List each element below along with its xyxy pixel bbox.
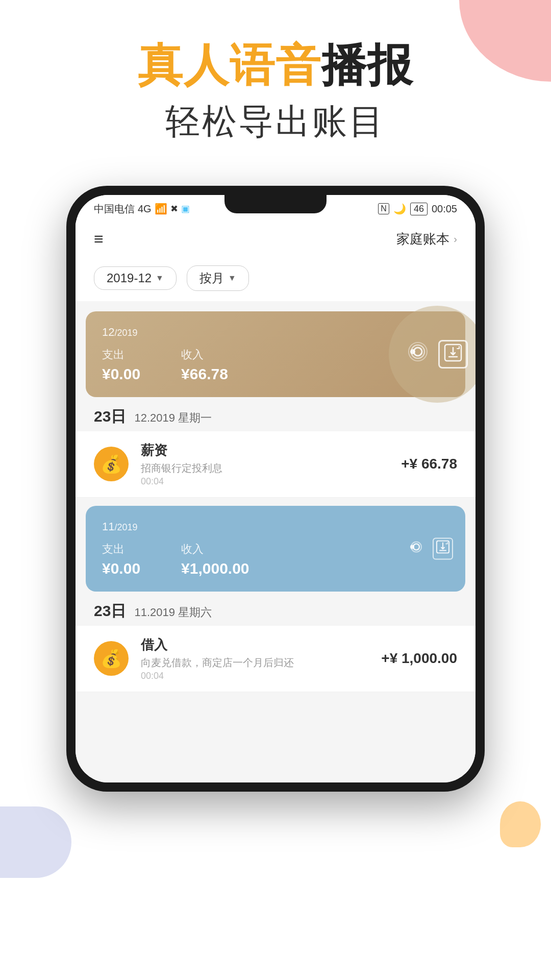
export-button[interactable] [438, 340, 468, 369]
decoration-bottom-left [0, 806, 71, 878]
phone-mockup: 中国电信 4G 📶 ✖ ▣ N 🌙 46 00:05 [66, 186, 485, 792]
dec-trans-desc: 招商银行定投利息 [141, 461, 389, 475]
nov-day-section: 23日 11.2019 星期六 [76, 592, 475, 626]
period-filter-button[interactable]: 按月 ▼ [187, 265, 249, 291]
account-name: 家庭账本 [396, 230, 449, 248]
dec-income-value: ¥66.78 [181, 365, 228, 383]
filter-bar: 2019-12 ▼ 按月 ▼ [76, 257, 475, 301]
app-content: ≡ 家庭账本 › 2019-12 ▼ 按月 ▼ [76, 221, 475, 782]
dec-day-number: 23日 [94, 408, 126, 425]
carrier-text: 中国电信 [94, 202, 135, 216]
borrow-icon: 💰 [101, 648, 122, 669]
headline-black: 播报 [321, 40, 413, 90]
status-left: 中国电信 4G 📶 ✖ ▣ [94, 202, 190, 216]
phone-outer: 中国电信 4G 📶 ✖ ▣ N 🌙 46 00:05 [66, 186, 485, 792]
dec-trans-amount: +¥ 66.78 [401, 456, 457, 472]
december-card: 12/2019 支出 ¥0.00 收入 ¥66.78 [86, 311, 465, 397]
period-filter-label: 按月 [199, 270, 224, 286]
voice-button[interactable] [407, 340, 429, 368]
dec-expend: 支出 ¥0.00 [102, 347, 140, 383]
dec-year: /2019 [114, 328, 137, 338]
decoration-bottom-right [500, 801, 541, 847]
period-filter-arrow: ▼ [228, 274, 236, 283]
signal-text: 4G [138, 203, 152, 215]
nov-expend-value: ¥0.00 [102, 560, 140, 577]
card-action-circle [389, 306, 475, 403]
nov-trans-details: 借入 向麦兑借款，商定店一个月后归还 00:04 [141, 636, 369, 681]
nov-income-value: ¥1,000.00 [181, 560, 249, 577]
wifi-icon: 📶 [155, 203, 167, 215]
nov-stats: 支出 ¥0.00 收入 ¥1,000.00 [102, 542, 449, 577]
chevron-right-icon: › [454, 233, 457, 245]
nov-card-actions [408, 537, 453, 559]
date-filter-label: 2019-12 [107, 271, 152, 285]
phone-notch [224, 195, 327, 213]
nov-year: /2019 [114, 522, 137, 532]
battery-label: 46 [410, 203, 428, 215]
nfc-icon: ✖ [170, 203, 178, 214]
november-card: 11/2019 支出 ¥0.00 收入 ¥1,000.00 [86, 506, 465, 592]
menu-icon[interactable]: ≡ [94, 231, 104, 247]
dec-day-detail: 12.2019 星期一 [135, 411, 212, 424]
dec-transaction-item[interactable]: 💰 薪资 招商银行定投利息 00:04 +¥ 66.78 [76, 431, 475, 498]
dec-income: 收入 ¥66.78 [181, 347, 228, 383]
nov-transaction-item[interactable]: 💰 借入 向麦兑借款，商定店一个月后归还 00:04 +¥ 1,000.00 [76, 626, 475, 692]
dec-day-section: 23日 12.2019 星期一 [76, 397, 475, 431]
dec-expend-label: 支出 [102, 347, 140, 362]
nov-month-num: 11 [102, 520, 114, 533]
nov-day-detail: 11.2019 星期六 [135, 606, 212, 619]
nov-day-number: 23日 [94, 602, 126, 619]
nov-trans-amount: +¥ 1,000.00 [381, 650, 457, 667]
nov-expend: 支出 ¥0.00 [102, 542, 140, 577]
dec-month-num: 12 [102, 326, 114, 338]
moon-icon: 🌙 [393, 203, 406, 215]
nov-voice-button[interactable] [408, 538, 424, 558]
nov-trans-desc: 向麦兑借款，商定店一个月后归还 [141, 656, 369, 670]
nov-income-label: 收入 [181, 542, 249, 557]
headline: 真人语音播报 [0, 41, 551, 90]
nov-income: 收入 ¥1,000.00 [181, 542, 249, 577]
dec-expend-value: ¥0.00 [102, 365, 140, 383]
nov-export-button[interactable] [433, 537, 453, 559]
date-filter-button[interactable]: 2019-12 ▼ [94, 266, 177, 290]
nov-trans-name: 借入 [141, 636, 369, 654]
nov-month-label: 11/2019 [102, 520, 449, 533]
dec-trans-details: 薪资 招商银行定投利息 00:04 [141, 442, 389, 487]
headline-orange: 真人语音 [138, 40, 321, 90]
dec-trans-time: 00:04 [141, 476, 389, 487]
dec-trans-name: 薪资 [141, 442, 389, 459]
header-section: 真人语音播报 轻松导出账目 [0, 0, 551, 165]
dec-trans-icon: 💰 [94, 447, 129, 481]
time-display: 00:05 [432, 203, 457, 215]
notification-icon: ▣ [181, 203, 190, 214]
dec-income-label: 收入 [181, 347, 228, 362]
phone-inner: 中国电信 4G 📶 ✖ ▣ N 🌙 46 00:05 [76, 195, 475, 782]
nov-expend-label: 支出 [102, 542, 140, 557]
nfc-right-icon: N [378, 203, 389, 214]
app-topbar: ≡ 家庭账本 › [76, 221, 475, 257]
nov-trans-time: 00:04 [141, 671, 369, 681]
status-right: N 🌙 46 00:05 [378, 203, 457, 215]
subheadline: 轻松导出账目 [0, 99, 551, 145]
date-filter-arrow: ▼ [156, 274, 164, 283]
salary-icon: 💰 [101, 454, 122, 474]
account-selector[interactable]: 家庭账本 › [396, 230, 457, 248]
nov-trans-icon: 💰 [94, 641, 129, 676]
